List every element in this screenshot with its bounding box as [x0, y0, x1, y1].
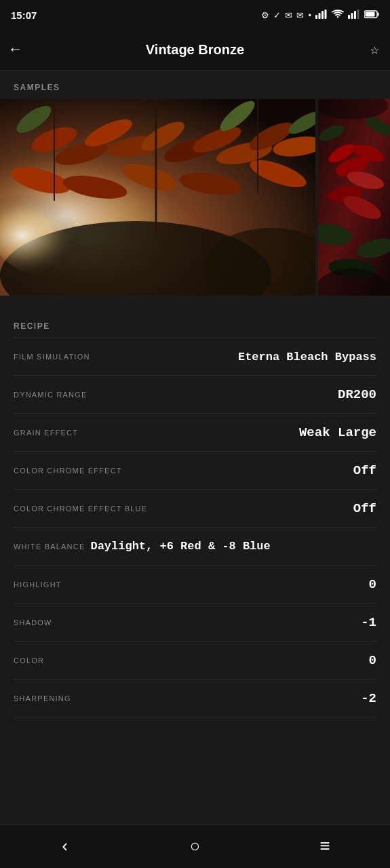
color-chrome-blue-row: COLOR CHROME EFFECT BLUE Off [14, 490, 376, 528]
color-chrome-effect-value: Off [353, 463, 376, 478]
grain-effect-value: Weak Large [299, 425, 376, 440]
svg-rect-9 [378, 12, 379, 16]
film-simulation-value: Eterna Bleach Bypass [238, 351, 376, 363]
main-content: SAMPLES [0, 71, 390, 772]
sample-image-2 [318, 99, 390, 296]
samples-gallery [0, 99, 390, 296]
status-bar: 15:07 ⚙ ✓ ✉ ✉ • [0, 0, 390, 30]
wifi-icon [332, 9, 344, 21]
bottom-navigation: ‹ ○ ≡ [0, 825, 390, 868]
svg-rect-4 [348, 15, 350, 19]
svg-rect-7 [357, 9, 359, 19]
dynamic-range-row: DYNAMIC RANGE DR200 [14, 376, 376, 414]
status-icons: ⚙ ✓ ✉ ✉ • [261, 9, 379, 21]
nav-menu-button[interactable]: ≡ [305, 833, 345, 861]
sample-image-1-svg [0, 99, 315, 296]
film-simulation-label: FILM SIMULATION [14, 353, 90, 361]
sharpening-value: -2 [361, 691, 376, 706]
sharpening-row: SHARPENING -2 [14, 679, 376, 717]
favorite-button[interactable]: ☆ [370, 41, 379, 59]
highlight-value: 0 [369, 577, 376, 592]
highlight-row: HIGHLIGHT 0 [14, 566, 376, 604]
back-button[interactable]: ← [11, 41, 20, 58]
mail-icon: ✉ [285, 10, 292, 20]
svg-rect-0 [315, 15, 317, 19]
shadow-label: SHADOW [14, 618, 52, 627]
dynamic-range-value: DR200 [338, 387, 376, 402]
top-bar: ← Vintage Bronze ☆ [0, 30, 390, 71]
status-time: 15:07 [11, 9, 37, 21]
white-balance-row: WHITE BALANCE Daylight, +6 Red & -8 Blue [14, 528, 376, 566]
grain-effect-row: GRAIN EFFECT Weak Large [14, 414, 376, 452]
white-balance-label: WHITE BALANCE [14, 542, 85, 551]
color-chrome-effect-row: COLOR CHROME EFFECT Off [14, 452, 376, 490]
svg-rect-6 [354, 11, 356, 19]
color-chrome-blue-label: COLOR CHROME EFFECT BLUE [14, 505, 147, 513]
color-chrome-effect-label: COLOR CHROME EFFECT [14, 467, 122, 475]
dynamic-range-label: DYNAMIC RANGE [14, 391, 87, 399]
grain-effect-label: GRAIN EFFECT [14, 429, 78, 437]
svg-rect-5 [351, 13, 353, 19]
settings-icon: ⚙ [261, 10, 269, 20]
check-icon: ✓ [273, 10, 281, 20]
sharpening-label: SHARPENING [14, 694, 71, 703]
nav-back-button[interactable]: ‹ [45, 833, 85, 861]
signal-icon [315, 9, 328, 21]
sample-image-1 [0, 99, 315, 296]
color-value: 0 [369, 653, 376, 668]
recipe-section: FILM SIMULATION Eterna Bleach Bypass DYN… [0, 338, 390, 717]
white-balance-value: Daylight, +6 Red & -8 Blue [90, 540, 270, 553]
dot-icon: • [308, 10, 311, 20]
shadow-value: -1 [361, 615, 376, 630]
recipe-section-label: RECIPE [0, 309, 390, 338]
svg-rect-1 [319, 13, 321, 19]
color-label: COLOR [14, 656, 44, 665]
svg-rect-2 [321, 11, 324, 19]
bottom-spacer [0, 717, 390, 772]
samples-section-label: SAMPLES [0, 71, 390, 99]
mail2-icon: ✉ [296, 10, 304, 20]
network-icon [348, 9, 360, 21]
nav-home-button[interactable]: ○ [174, 833, 215, 861]
battery-icon [364, 10, 379, 20]
shadow-row: SHADOW -1 [14, 604, 376, 642]
page-title: Vintage Bronze [146, 42, 244, 58]
color-chrome-blue-value: Off [353, 501, 376, 516]
svg-rect-3 [325, 9, 327, 19]
svg-rect-10 [366, 12, 375, 16]
film-simulation-row: FILM SIMULATION Eterna Bleach Bypass [14, 338, 376, 376]
highlight-label: HIGHLIGHT [14, 580, 62, 589]
color-row: COLOR 0 [14, 642, 376, 679]
sample-image-2-svg [318, 99, 390, 296]
